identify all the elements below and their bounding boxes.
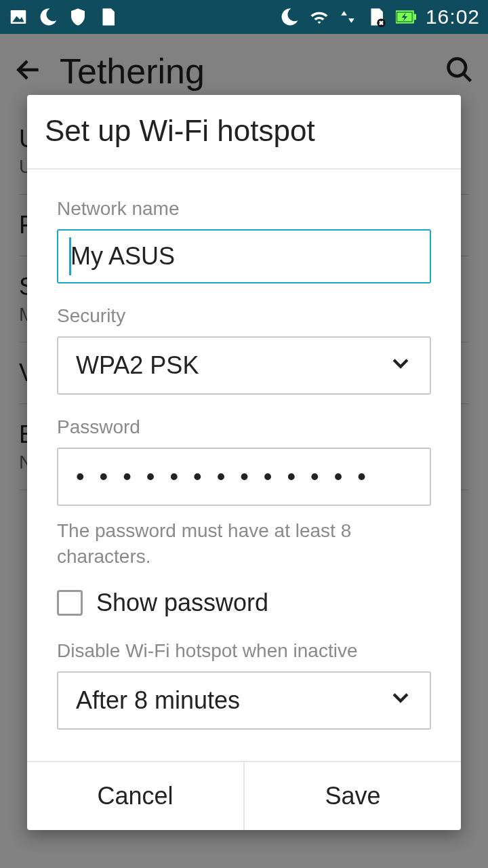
network-name-input[interactable] (57, 229, 431, 283)
svg-marker-2 (341, 11, 347, 15)
svg-marker-3 (348, 18, 354, 22)
save-button[interactable]: Save (245, 762, 461, 830)
timeout-select[interactable]: After 8 minutes (57, 671, 431, 730)
moon-icon (38, 7, 58, 27)
security-label: Security (57, 305, 431, 327)
password-label: Password (57, 416, 431, 438)
password-hint: The password must have at least 8 charac… (57, 518, 431, 570)
show-password-label: Show password (96, 589, 268, 617)
status-clock: 16:02 (426, 5, 480, 28)
sd-card-icon (98, 7, 118, 27)
network-name-label: Network name (57, 198, 431, 220)
image-icon (8, 7, 28, 27)
sd-error-icon (366, 7, 386, 27)
timeout-value: After 8 minutes (76, 686, 240, 715)
status-right: 16:02 (279, 5, 480, 28)
wifi-icon (309, 7, 329, 27)
security-value: WPA2 PSK (76, 351, 199, 380)
svg-rect-6 (414, 14, 416, 20)
timeout-label: Disable Wi-Fi hotspot when inactive (57, 640, 431, 662)
cancel-button[interactable]: Cancel (27, 762, 245, 830)
dialog-title: Set up Wi-Fi hotspot (27, 95, 461, 170)
chevron-down-icon (389, 686, 412, 715)
password-mask: • • • • • • • • • • • • • (76, 462, 370, 491)
updown-arrows-icon (339, 8, 357, 26)
dialog-body: Network name Security WPA2 PSK Password … (27, 170, 461, 761)
dialog-actions: Cancel Save (27, 761, 461, 830)
security-select[interactable]: WPA2 PSK (57, 336, 431, 395)
show-password-row[interactable]: Show password (57, 589, 431, 617)
shield-icon (68, 7, 88, 27)
status-left (8, 7, 118, 27)
status-bar: 16:02 (0, 0, 488, 34)
wifi-hotspot-dialog: Set up Wi-Fi hotspot Network name Securi… (27, 95, 461, 830)
password-input[interactable]: • • • • • • • • • • • • • (57, 448, 431, 506)
battery-charging-icon (396, 7, 416, 27)
chevron-down-icon (389, 351, 412, 380)
moon-icon (279, 7, 300, 27)
show-password-checkbox[interactable] (57, 590, 83, 616)
